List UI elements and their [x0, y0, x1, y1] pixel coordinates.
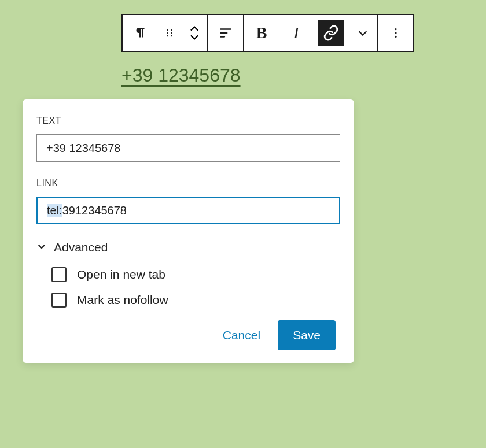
toolbar-group-4 [377, 14, 414, 52]
cancel-button[interactable]: Cancel [217, 321, 266, 349]
chevron-down-icon [188, 33, 201, 41]
nofollow-label: Mark as nofollow [77, 293, 168, 307]
nofollow-row: Mark as nofollow [51, 293, 340, 308]
link-settings-popover: TEXT LINK tel:3912345678 Advanced Open i… [23, 99, 354, 363]
move-up-down[interactable] [182, 15, 207, 51]
nofollow-checkbox[interactable] [51, 293, 67, 308]
chevron-down-icon [36, 240, 47, 254]
text-field-label: TEXT [36, 116, 340, 126]
svg-point-4 [171, 32, 172, 34]
link-url-rest: 3912345678 [62, 204, 127, 217]
toolbar-group-3: B I [243, 14, 378, 52]
chevron-down-icon [356, 27, 369, 39]
link-field-label: LINK [36, 178, 340, 188]
more-formatting-button[interactable] [348, 15, 377, 51]
open-new-tab-checkbox[interactable] [51, 267, 67, 282]
svg-point-10 [395, 32, 396, 34]
toolbar-group-2 [207, 14, 244, 52]
bold-button[interactable]: B [244, 15, 279, 51]
italic-button[interactable]: I [279, 15, 314, 51]
editor-link-text[interactable]: +39 12345678 [122, 65, 469, 86]
open-new-tab-label: Open in new tab [77, 268, 165, 282]
chevron-up-icon [188, 25, 201, 33]
toolbar-group-1 [122, 14, 208, 52]
save-button[interactable]: Save [278, 320, 336, 350]
italic-icon: I [293, 24, 299, 42]
link-url-selection: tel: [47, 204, 62, 217]
open-new-tab-row: Open in new tab [51, 267, 340, 282]
link-text-input[interactable] [36, 134, 340, 162]
options-button[interactable] [378, 15, 413, 51]
more-vertical-icon [389, 27, 402, 39]
svg-point-1 [167, 32, 168, 34]
advanced-toggle[interactable]: Advanced [36, 240, 340, 254]
svg-point-3 [171, 29, 172, 31]
advanced-label: Advanced [54, 240, 108, 254]
bold-icon: B [256, 24, 267, 42]
svg-point-5 [171, 35, 172, 37]
popover-actions: Cancel Save [36, 320, 340, 350]
block-toolbar: B I [122, 14, 469, 52]
align-left-icon [218, 25, 233, 40]
text-field-block: TEXT [36, 116, 340, 162]
drag-handle-icon [164, 27, 175, 39]
link-field-block: LINK tel:3912345678 [36, 178, 340, 224]
paragraph-icon [132, 25, 148, 40]
link-icon [323, 25, 339, 41]
link-url-input[interactable]: tel:3912345678 [36, 197, 340, 224]
svg-point-11 [395, 36, 396, 38]
svg-point-9 [395, 28, 396, 30]
svg-point-0 [167, 29, 168, 31]
svg-point-2 [167, 35, 168, 37]
align-button[interactable] [208, 15, 243, 51]
drag-button[interactable] [157, 15, 182, 51]
paragraph-button[interactable] [123, 15, 157, 51]
link-button[interactable] [318, 20, 344, 46]
